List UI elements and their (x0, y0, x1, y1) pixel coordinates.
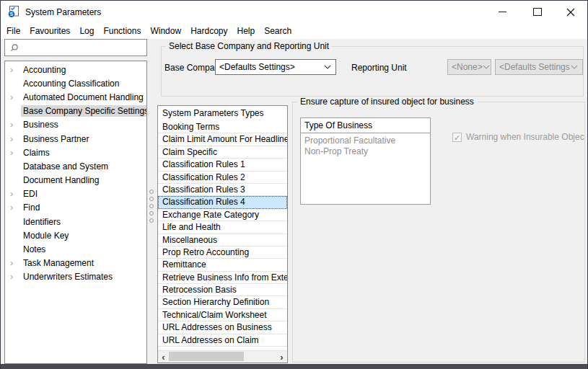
base-company-combobox[interactable]: <Defaults Settings> (215, 59, 336, 75)
tree-item-label: Find (21, 202, 42, 213)
parameter-item-miscellaneous[interactable]: Miscellaneous (158, 234, 287, 246)
parameter-item-prop-retro-accounting[interactable]: Prop Retro Accounting (158, 246, 287, 259)
type-of-business-row: Non-Prop Treaty (301, 146, 430, 157)
splitter-grip-icon (149, 190, 154, 223)
chevron-right-icon[interactable]: › (10, 204, 21, 211)
scrollbar-thumb[interactable] (169, 352, 244, 361)
type-of-business-table: Type Of Business Proportional Facultativ… (300, 117, 431, 205)
parameter-item-claim-limit-amount-for-headline-loss[interactable]: Claim Limit Amount For Headline Loss (158, 133, 287, 146)
search-icon (9, 43, 19, 53)
panel-splitter[interactable] (148, 61, 156, 364)
base-company-value: <Defaults Settings> (219, 62, 295, 72)
close-button[interactable] (558, 1, 583, 23)
parameter-item-classification-rules-4[interactable]: Classification Rules 4 (158, 196, 287, 208)
company-groupbox-title: Select Base Company and Reporting Unit (166, 41, 332, 51)
tree-item-label: Base Company Specific Settings (21, 105, 147, 117)
parameter-item-exchange-rate-category[interactable]: Exchange Rate Category (158, 209, 287, 221)
tree-item-automated-document-handling[interactable]: ›Automated Document Handling (5, 90, 146, 104)
parameter-item-classification-rules-2[interactable]: Classification Rules 2 (158, 172, 287, 184)
menu-item-search[interactable]: Search (264, 26, 291, 36)
parameter-item-url-addresses-on-claim[interactable]: URL Addresses on Claim (158, 334, 287, 347)
tree-item-base-company-specific-settings[interactable]: Base Company Specific Settings (5, 105, 146, 118)
chevron-down-icon (571, 65, 578, 69)
tree-item-label: Automated Document Handling (21, 92, 146, 103)
tree-item-document-handling[interactable]: Document Handling (5, 174, 146, 187)
parameter-item-retrieve-business-info-from-external-s[interactable]: Retrieve Business Info from External S (158, 272, 287, 284)
parameter-item-life-and-health[interactable]: Life and Health (158, 221, 287, 234)
reporting-unit-value: <None> (452, 62, 483, 72)
scroll-right-icon[interactable]: › (276, 351, 287, 363)
parameter-types-panel: System Parameters Types Booking TermsCla… (157, 105, 288, 363)
parameter-item-classification-rules-3[interactable]: Classification Rules 3 (158, 184, 287, 196)
parameter-item-technical-claim-worksheet[interactable]: Technical/Claim Worksheet (158, 309, 287, 321)
reporting-unit-label: Reporting Unit (351, 63, 407, 73)
menu-item-hardcopy[interactable]: Hardcopy (190, 26, 227, 36)
chevron-right-icon[interactable]: › (10, 259, 21, 267)
menu-item-log[interactable]: Log (79, 26, 94, 36)
tree-item-label: Module Key (21, 230, 71, 241)
tree-item-business-partner[interactable]: ›Business Partner (5, 132, 146, 146)
close-icon (566, 8, 575, 17)
tree-item-identifiers[interactable]: Identifiers (5, 215, 146, 228)
tree-item-module-key[interactable]: Module Key (5, 228, 146, 242)
type-of-business-row: Proportional Facultative (301, 135, 430, 146)
app-icon: S (7, 5, 20, 18)
business-groupbox-title: Ensure capture of insured object for bus… (297, 97, 477, 107)
tree-item-database-and-system[interactable]: Database and System (5, 159, 146, 173)
tree-item-claims[interactable]: ›Claims (5, 146, 146, 159)
search-box[interactable] (4, 39, 147, 56)
menu-item-help[interactable]: Help (237, 26, 255, 36)
tree-item-find[interactable]: ›Find (5, 201, 146, 215)
tree-item-label: Business Partner (21, 133, 91, 145)
company-groupbox: Select Base Company and Reporting Unit B… (161, 46, 584, 97)
type-of-business-header: Type Of Business (301, 118, 430, 133)
parameter-item-claim-specific[interactable]: Claim Specific (158, 146, 287, 159)
tree-item-task-management[interactable]: ›Task Management (5, 257, 146, 270)
parameter-item-booking-terms[interactable]: Booking Terms (158, 121, 287, 133)
tree-item-business[interactable]: ›Business (5, 118, 146, 132)
horizontal-scrollbar[interactable]: ‹ › (158, 350, 287, 363)
scroll-left-icon[interactable]: ‹ (158, 351, 169, 363)
tree-item-accounting[interactable]: ›Accounting (5, 63, 146, 76)
parameter-list-header: System Parameters Types (158, 106, 287, 121)
reporting-unit-settings-value: <Defaults Settings (499, 62, 570, 72)
menu-item-window[interactable]: Window (150, 26, 181, 36)
tree-item-label: Accounting Classification (21, 78, 121, 89)
tree-item-underwriters-estimates[interactable]: ›Underwriters Estimates (5, 270, 146, 284)
tree-item-label: Identifiers (21, 216, 63, 228)
chevron-right-icon[interactable]: › (10, 190, 21, 197)
chevron-right-icon[interactable]: › (10, 121, 21, 128)
svg-text:S: S (10, 12, 14, 17)
title-bar: S System Parameters (1, 1, 587, 23)
window-title: System Parameters (25, 7, 101, 17)
maximize-icon (533, 8, 542, 16)
tree-item-accounting-classification[interactable]: Accounting Classification (5, 76, 146, 90)
maximize-button[interactable] (525, 1, 550, 23)
menu-item-file[interactable]: File (6, 26, 20, 36)
parameter-item-classification-rules-1[interactable]: Classification Rules 1 (158, 159, 287, 171)
minimize-button[interactable] (490, 1, 514, 23)
type-of-business-body: Proportional FacultativeNon-Prop Treaty (301, 133, 430, 157)
menu-item-functions[interactable]: Functions (103, 26, 141, 36)
check-icon: ✓ (454, 133, 460, 142)
chevron-right-icon[interactable]: › (10, 149, 21, 156)
menu-item-favourites[interactable]: Favourites (30, 26, 70, 36)
parameter-item-remittance[interactable]: Remittance (158, 259, 287, 271)
warning-checkbox: ✓ (452, 133, 462, 142)
chevron-right-icon[interactable]: › (10, 94, 21, 101)
warning-checkbox-row: ✓ Warning when Insurable Object missin (452, 132, 584, 142)
reporting-unit-combobox: <None> (447, 59, 491, 75)
chevron-right-icon[interactable]: › (10, 66, 21, 74)
chevron-right-icon[interactable]: › (10, 273, 21, 280)
window-bottom-border (1, 364, 587, 369)
tree-item-edi[interactable]: ›EDI (5, 187, 146, 201)
parameter-item-section-hierarchy-definition[interactable]: Section Hierarchy Definition (158, 296, 287, 308)
search-input[interactable] (22, 40, 146, 55)
tree-item-notes[interactable]: Notes (5, 242, 146, 256)
tree-item-label: EDI (21, 188, 40, 200)
tree-item-label: Underwriters Estimates (21, 271, 115, 283)
tree-panel: ›AccountingAccounting Classification›Aut… (4, 61, 147, 364)
parameter-item-retrocession-basis[interactable]: Retrocession Basis (158, 284, 287, 296)
chevron-right-icon[interactable]: › (10, 135, 21, 143)
parameter-item-url-addresses-on-business[interactable]: URL Addresses on Business (158, 321, 287, 334)
